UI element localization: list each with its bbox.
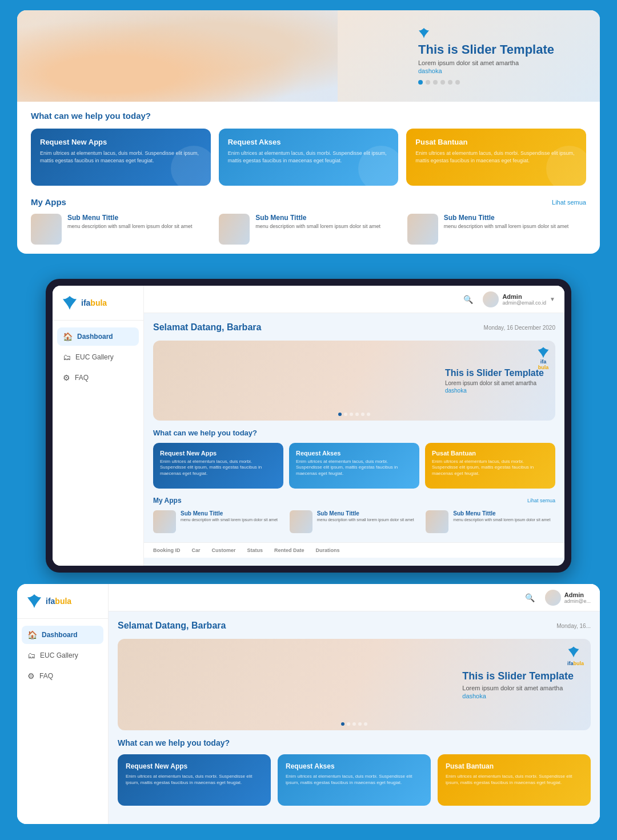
apps-row: Sub Menu Tittle menu description with sm… (31, 214, 586, 245)
bottom-page-content: Selamat Datang, Barbara Monday, 16... if… (109, 611, 600, 815)
bottom-dot-3[interactable] (352, 722, 356, 726)
bottom-logo-abula: bula (55, 597, 71, 606)
inner-app-item-2: Sub Menu Tittle menu description with sm… (290, 510, 419, 533)
app-title-2: Sub Menu Tittle (255, 214, 380, 222)
lihat-semua-link[interactable]: Lihat semua (552, 199, 586, 206)
bird-icon-small (418, 27, 430, 39)
app-info-3: Sub Menu Tittle menu description with sm… (444, 214, 569, 245)
top-card: This is Slider Template Lorem ipsum dolo… (17, 10, 600, 254)
bottom-card-desc-1: Enim ultrices at elementum lacus, duis m… (126, 773, 263, 786)
action-card-bantuan[interactable]: Pusat Bantuan Enim ultrices at elementum… (406, 129, 586, 186)
bottom-sidebar-nav: 🏠 Dashboard 🗂 EUC Gallery ⚙ FAQ (17, 626, 108, 685)
inner-card-3[interactable]: Pusat Bantuan Enim ultrices at elementum… (425, 443, 555, 489)
bottom-nav-euc[interactable]: 🗂 EUC Gallery (22, 646, 103, 665)
app-desc-3: menu description with small lorem ipsum … (444, 223, 569, 230)
bottom-user-avatar (545, 590, 561, 606)
bottom-nav-faq[interactable]: ⚙ FAQ (22, 667, 103, 685)
app-desc-2: menu description with small lorem ipsum … (255, 223, 380, 230)
dot-3[interactable] (433, 80, 438, 85)
app-desc-1: menu description with small lorem ipsum … (67, 223, 193, 230)
slider-title: This is Slider Template (418, 42, 554, 57)
sidebar-item-faq[interactable]: ⚙ FAQ (57, 369, 139, 387)
app-title-3: Sub Menu Tittle (444, 214, 569, 222)
euc-icon: 🗂 (63, 353, 71, 362)
inner-dots (338, 413, 370, 416)
logo-if: ifa (81, 298, 90, 307)
sidebar-label-faq: FAQ (75, 374, 89, 382)
bottom-cards-row: Request New Apps Enim ultrices at elemen… (118, 754, 591, 806)
idot-1[interactable] (338, 413, 342, 416)
bottom-card-3[interactable]: Pusat Bantuan Enim ultrices at elementum… (438, 754, 591, 806)
bottom-welcome-row: Selamat Datang, Barbara Monday, 16... (118, 621, 591, 631)
slider-subtitle: Lorem ipsum dolor sit amet amartha (418, 59, 554, 66)
card-title-3: Pusat Bantuan (415, 138, 577, 146)
bottom-slider: ifabula This is Slider Template Lorem ip… (118, 639, 591, 730)
slider-banner: This is Slider Template Lorem ipsum dolo… (17, 10, 600, 102)
bottom-slider-logo-if: ifa (567, 661, 574, 666)
bottom-dot-5[interactable] (364, 722, 367, 726)
sidebar-item-euc[interactable]: 🗂 EUC Gallery (57, 348, 139, 366)
bottom-main: 🔍 Admin admin@e... Selamat Datang, Barba… (109, 584, 600, 824)
app-thumb-2 (219, 214, 250, 245)
bottom-dot-2[interactable] (347, 722, 350, 726)
inner-card-1[interactable]: Request New Apps Enim ultrices at elemen… (153, 443, 283, 489)
bottom-user-badge: Admin admin@e... (545, 590, 591, 606)
action-card-akses[interactable]: Request Akses Enim ultrices at elementum… (219, 129, 399, 186)
help-section-title: What can we help you today? (31, 111, 586, 121)
card-title-1: Request New Apps (40, 138, 202, 146)
section-bottom: ifabula 🏠 Dashboard 🗂 EUC Gallery ⚙ FAQ (0, 584, 617, 840)
inner-slider-sub: Lorem ipsum dolor sit amet amartha (445, 380, 544, 386)
bottom-card-2[interactable]: Request Akses Enim ultrices at elementum… (278, 754, 431, 806)
inner-slider-link[interactable]: dashoka (445, 387, 544, 394)
idot-3[interactable] (350, 413, 353, 416)
slider-content: This is Slider Template Lorem ipsum dolo… (418, 27, 554, 85)
slider-link[interactable]: dashoka (418, 67, 554, 74)
dot-1[interactable] (418, 80, 423, 85)
app-info-1: Sub Menu Tittle menu description with sm… (67, 214, 193, 245)
user-name: Admin (502, 293, 546, 300)
inner-bird-icon (537, 346, 550, 359)
dot-6[interactable] (455, 80, 460, 85)
inner-card-2[interactable]: Request Akses Enim ultrices at elementum… (289, 443, 419, 489)
bottom-dot-4[interactable] (358, 722, 362, 726)
welcome-text: Selamat Datang, Barbara (153, 322, 261, 333)
idot-2[interactable] (344, 413, 347, 416)
sidebar-item-dashboard[interactable]: 🏠 Dashboard (57, 327, 139, 346)
inner-slider: ifabula This is Slider Template Lorem ip… (153, 341, 555, 421)
bottom-user-name: Admin (564, 591, 591, 598)
inner-lihat-semua[interactable]: Lihat semua (527, 498, 555, 503)
bottom-sidebar: ifabula 🏠 Dashboard 🗂 EUC Gallery ⚙ FAQ (17, 584, 109, 824)
bottom-dot-1[interactable] (341, 722, 344, 726)
slider-logo (418, 27, 554, 39)
help-section: What can we help you today? Request New … (17, 102, 600, 254)
search-button[interactable]: 🔍 (460, 291, 476, 307)
bottom-topbar: 🔍 Admin admin@e... (109, 584, 600, 611)
dropdown-arrow-icon[interactable]: ▼ (550, 296, 555, 302)
app-item-2: Sub Menu Tittle menu description with sm… (219, 214, 398, 245)
idot-5[interactable] (361, 413, 364, 416)
dot-5[interactable] (448, 80, 452, 85)
bottom-slider-content: This is Slider Template Lorem ipsum dolo… (462, 670, 574, 699)
bottom-slider-link[interactable]: dashoka (462, 693, 574, 699)
dot-2[interactable] (426, 80, 430, 85)
bottom-search-button[interactable]: 🔍 (522, 590, 538, 606)
inner-card-desc-1: Enim ultrices at elementum lacus, duis m… (160, 459, 277, 477)
action-card-new-apps[interactable]: Request New Apps Enim ultrices at elemen… (31, 129, 211, 186)
bottom-card-1[interactable]: Request New Apps Enim ultrices at elemen… (118, 754, 271, 806)
idot-6[interactable] (367, 413, 370, 416)
bottom-bird-icon (26, 593, 42, 609)
inner-slider-logo: ifabula (537, 346, 550, 370)
bottom-slider-bird-icon (567, 646, 580, 658)
bottom-nav-dashboard[interactable]: 🏠 Dashboard (22, 626, 103, 644)
inner-app-thumb-1 (153, 510, 176, 533)
dot-4[interactable] (440, 80, 445, 85)
device-frame: ifabula 🏠 Dashboard 🗂 EUC Gallery (46, 279, 571, 573)
inner-card-title-3: Pusat Bantuan (432, 450, 548, 457)
idot-4[interactable] (355, 413, 359, 416)
bottom-slider-subtitle: Lorem ipsum dolor sit amet amartha (462, 685, 574, 691)
inner-app-thumb-3 (426, 510, 448, 533)
bottom-nav-euc-label: EUC Gallery (40, 651, 78, 659)
bottom-welcome-text: Selamat Datang, Barbara (118, 621, 226, 631)
inner-app-title-3: Sub Menu Tittle (453, 510, 550, 517)
bottom-slider-logo-abula: bula (573, 661, 584, 666)
